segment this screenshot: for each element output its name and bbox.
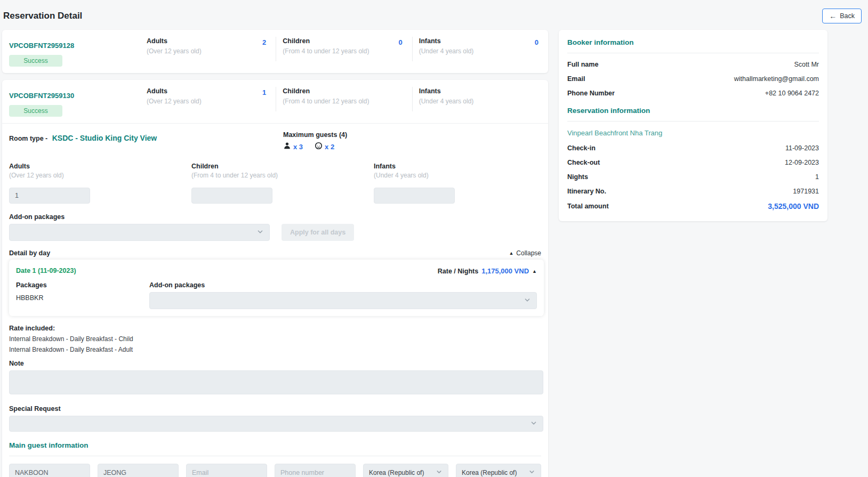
first-name-input[interactable] (9, 464, 90, 477)
chevron-down-icon (524, 296, 531, 305)
total-amount-label: Total amount (567, 203, 609, 210)
booking-head: VPCOBFNT2959128 Success Adults (Over 12 … (2, 30, 548, 73)
children-labels: Children (From 4 to under 12 years old) (283, 87, 369, 105)
infants-sublabel: (Under 4 years old) (419, 98, 474, 105)
infants-sublabel: (Under 4 years old) (419, 47, 474, 55)
property-link[interactable]: Vinpearl Beachfront Nha Trang (567, 129, 819, 137)
back-label: Back (840, 12, 855, 20)
right-column: Booker information Full name Scott Mr Em… (559, 30, 827, 221)
adults-input[interactable] (9, 188, 90, 204)
reservation-row: Check-in 11-09-2023 (567, 144, 819, 152)
booking-info-panel: Booker information Full name Scott Mr Em… (559, 30, 827, 221)
day-date: Date 1 (11-09-2023) (16, 267, 76, 274)
infants-field-sublabel: (Under 4 years old) (374, 172, 556, 179)
pax-form: Adults (Over 12 years old) Children (Fro… (2, 158, 548, 204)
special-request-section: Special Request (2, 397, 548, 432)
guest-capacity-icons: x 3 x 2 (283, 142, 347, 152)
addon-packages-label: Add-on packages (9, 213, 541, 221)
infants-field-label: Infants (374, 163, 556, 170)
child-capacity-count: x 2 (325, 143, 334, 151)
special-request-select[interactable] (9, 416, 543, 432)
collapse-label: Collapse (516, 249, 541, 257)
triangle-up-icon: ▲ (532, 269, 537, 274)
chevron-down-icon (256, 228, 264, 237)
infants-input[interactable] (374, 188, 455, 204)
detail-by-day-label: Detail by day (9, 249, 50, 257)
day-addon-label: Add-on packages (149, 281, 537, 289)
adults-labels: Adults (Over 12 years old) (147, 37, 202, 55)
note-label: Note (9, 360, 541, 367)
room-type-value: KSDC - Studio King City View (52, 134, 157, 142)
reservation-row: Nights 1 (567, 173, 819, 181)
children-input[interactable] (191, 188, 272, 204)
infants-summary: Infants (Under 4 years old) (412, 80, 548, 123)
adults-field: Adults (Over 12 years old) (9, 163, 191, 204)
nationality-select[interactable]: Korea (Republic of) (363, 464, 448, 477)
booking-card-1: VPCOBFNT2959128 Success Adults (Over 12 … (2, 30, 548, 73)
booking-id-column: VPCOBFNT2959130 Success (2, 80, 140, 123)
total-amount-row: Total amount 3,525,000 VND (567, 202, 819, 211)
day-rate-toggle[interactable]: Rate / Nights 1,175,000 VND ▲ (438, 267, 537, 275)
adults-field-sublabel: (Over 12 years old) (9, 172, 191, 179)
note-section: Note (2, 353, 548, 397)
adults-value: 2 (262, 38, 266, 46)
email-input[interactable] (186, 464, 267, 477)
day-head: Date 1 (11-09-2023) Rate / Nights 1,175,… (16, 267, 537, 275)
full-name-value: Scott Mr (794, 61, 819, 68)
booker-row: Email withallmarketing@gmail.com (567, 75, 819, 83)
children-label: Children (283, 87, 369, 95)
check-out-value: 12-09-2023 (785, 159, 819, 166)
collapse-toggle[interactable]: ▲ Collapse (509, 249, 541, 257)
check-out-label: Check-out (567, 159, 600, 166)
adult-capacity-count: x 3 (293, 143, 303, 151)
reservation-row: Check-out 12-09-2023 (567, 159, 819, 166)
back-arrow-icon: ← (829, 13, 837, 19)
last-name-input[interactable] (98, 464, 179, 477)
reservation-information-heading: Reservation information (567, 107, 819, 115)
children-labels: Children (From 4 to under 12 years old) (283, 37, 369, 55)
rate-included-label: Rate included: (9, 325, 541, 332)
infants-labels: Infants (Under 4 years old) (419, 37, 474, 55)
booking-card-2: VPCOBFNT2959130 Success Adults (Over 12 … (2, 80, 548, 477)
day-addon-select[interactable] (149, 292, 537, 309)
packages-column: Packages HBBBKR (16, 281, 149, 309)
chevron-down-icon (530, 419, 537, 429)
back-button[interactable]: ← Back (822, 9, 862, 23)
left-column: VPCOBFNT2959128 Success Adults (Over 12 … (2, 30, 548, 477)
phone-input[interactable] (275, 464, 356, 477)
adults-label: Adults (147, 37, 202, 45)
children-summary: Children (From 4 to under 12 years old) (276, 80, 412, 123)
room-type-label: Room type - (9, 135, 47, 142)
nights-label: Nights (567, 173, 588, 181)
itinerary-no-label: Itinerary No. (567, 188, 606, 195)
children-field: Children (From 4 to under 12 years old) (191, 163, 374, 204)
main-guest-heading: Main guest information (2, 432, 548, 449)
main-layout: VPCOBFNT2959128 Success Adults (Over 12 … (0, 30, 868, 477)
rate-included-item: Internal Breakdown - Daily Breakfast - A… (9, 346, 541, 353)
child-capacity: x 2 (315, 142, 334, 152)
addon-packages-select[interactable] (9, 224, 270, 241)
status-badge: Success (9, 55, 62, 67)
divider (567, 121, 819, 122)
top-bar: Reservation Detail ← Back (0, 0, 868, 30)
status-badge: Success (9, 105, 62, 117)
package-code: HBBBKR (16, 294, 149, 302)
adults-field-label: Adults (9, 163, 191, 170)
rate-included-item: Internal Breakdown - Daily Breakfast - C… (9, 335, 541, 343)
addon-packages-section: Add-on packages Apply for all days (2, 204, 548, 241)
max-guests-label: Maximum guests (4) (283, 131, 347, 139)
adults-sublabel: (Over 12 years old) (147, 47, 202, 55)
country-select[interactable]: Korea (Republic of) (456, 464, 541, 477)
infants-label: Infants (419, 37, 474, 45)
room-type-row: Room type - KSDC - Studio King City View… (2, 123, 548, 158)
infants-label: Infants (419, 87, 474, 95)
check-in-value: 11-09-2023 (785, 144, 819, 152)
email-label: Email (567, 75, 585, 83)
phone-number-label: Phone Number (567, 90, 615, 97)
reservation-row: Itinerary No. 1971931 (567, 188, 819, 195)
note-textarea[interactable] (9, 370, 543, 394)
chevron-down-icon (528, 468, 535, 477)
apply-all-days-button[interactable]: Apply for all days (282, 224, 354, 241)
room-type: Room type - KSDC - Studio King City View (9, 131, 283, 152)
person-icon (283, 142, 291, 152)
